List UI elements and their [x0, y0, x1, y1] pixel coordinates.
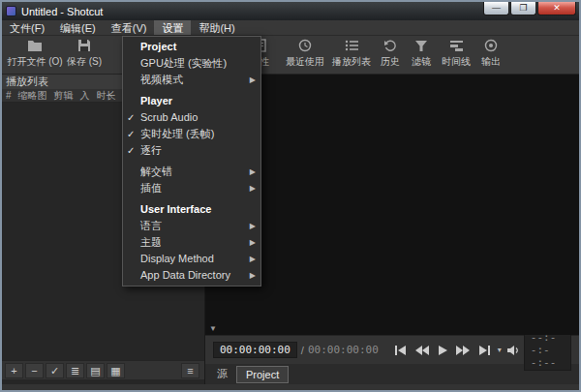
- menu-item-app-data-directory[interactable]: App Data Directory▶: [123, 267, 260, 284]
- playlist-remove-button[interactable]: −: [25, 363, 44, 378]
- submenu-arrow-icon: ▶: [250, 267, 256, 284]
- menu-item-interpolation[interactable]: 插值▶: [123, 180, 260, 196]
- volume-button[interactable]: [504, 342, 524, 359]
- volume-caret-icon[interactable]: ▾: [498, 346, 502, 354]
- column-clip[interactable]: 剪辑: [54, 89, 74, 103]
- history-icon: [376, 39, 405, 55]
- clock-icon: [283, 39, 327, 55]
- menubar: 文件(F) 编辑(E) 查看(V) 设置 帮助(H): [2, 20, 579, 36]
- tab-project[interactable]: Project: [236, 366, 289, 383]
- timecode-separator: /: [301, 345, 304, 356]
- menu-help[interactable]: 帮助(H): [191, 20, 242, 35]
- toolbar-open-file[interactable]: 打开文件 (O): [6, 39, 64, 72]
- titlebar: Untitled - Shotcut — ❐ ✕: [2, 2, 579, 20]
- menu-settings[interactable]: 设置: [154, 20, 191, 35]
- menu-item-theme[interactable]: 主题▶: [123, 234, 260, 251]
- submenu-arrow-icon: ▶: [250, 180, 256, 196]
- playlist-icon: [329, 39, 374, 55]
- menu-file[interactable]: 文件(F): [2, 20, 52, 35]
- tab-source[interactable]: 源: [208, 365, 236, 383]
- submenu-arrow-icon: ▶: [250, 72, 256, 88]
- menu-header-project: Project: [123, 39, 260, 55]
- settings-menu: Project GPU处理 (实验性) 视频模式▶ Player ✓Scrub …: [122, 36, 261, 286]
- menu-header-player: Player: [123, 93, 260, 109]
- menu-item-video-mode[interactable]: 视频模式▶: [123, 72, 260, 88]
- toolbar-history[interactable]: 历史: [376, 39, 405, 72]
- minimize-button[interactable]: —: [483, 2, 509, 15]
- status-bar: [2, 384, 579, 390]
- playlist-update-button[interactable]: ✓: [46, 363, 64, 378]
- playlist-toolbar: + − ✓ ≣ ▤ ▦ ≡: [2, 360, 204, 379]
- shotcut-logo-icon: [6, 6, 16, 16]
- toolbar-timeline[interactable]: 时间线: [438, 39, 474, 72]
- menu-item-language[interactable]: 语言▶: [123, 218, 260, 234]
- column-in[interactable]: 入: [80, 89, 90, 103]
- menu-header-user-interface: User Interface: [123, 201, 260, 218]
- timeline-icon: [438, 39, 474, 55]
- menu-item-scrub-audio[interactable]: ✓Scrub Audio: [123, 109, 260, 126]
- view-details-button[interactable]: ≣: [66, 363, 84, 378]
- filter-funnel-icon: [407, 39, 436, 55]
- toolbar-playlist[interactable]: 播放列表: [329, 39, 374, 72]
- submenu-arrow-icon: ▶: [250, 218, 256, 234]
- playlist-add-button[interactable]: +: [5, 363, 23, 378]
- menu-item-progressive[interactable]: ✓逐行: [123, 142, 260, 159]
- menu-item-gpu-processing[interactable]: GPU处理 (实验性): [123, 55, 260, 72]
- save-icon: [64, 39, 105, 55]
- main-toolbar: 打开文件 (O) 保存 (S) 属性 最近使用 播放列表: [2, 36, 579, 75]
- menu-item-deinterlacer[interactable]: 解交错▶: [123, 164, 260, 180]
- selected-duration-display: --:--:--:--: [524, 329, 571, 371]
- column-index[interactable]: #: [6, 90, 12, 101]
- menu-edit[interactable]: 编辑(E): [52, 20, 104, 35]
- maximize-button[interactable]: ❐: [510, 2, 536, 15]
- check-icon: ✓: [127, 126, 135, 142]
- playlist-menu-button[interactable]: ≡: [181, 363, 199, 378]
- toolbar-filters[interactable]: 滤镜: [407, 39, 436, 72]
- transport-bar: 00:00:00:00 / 00:00:00:00 ▾: [205, 335, 579, 364]
- play-button[interactable]: [433, 342, 453, 359]
- menu-item-display-method[interactable]: Display Method▶: [123, 251, 260, 267]
- skip-to-start-button[interactable]: [392, 342, 413, 359]
- toolbar-export[interactable]: 输出: [476, 39, 505, 72]
- export-icon: [476, 39, 505, 55]
- check-icon: ✓: [127, 142, 135, 159]
- column-duration[interactable]: 时长: [97, 89, 116, 103]
- submenu-arrow-icon: ▶: [250, 164, 256, 180]
- window-title: Untitled - Shotcut: [21, 6, 103, 17]
- skip-to-end-button[interactable]: [474, 342, 494, 359]
- check-icon: ✓: [127, 109, 135, 126]
- column-thumbnail[interactable]: 缩略图: [18, 89, 47, 103]
- total-timecode: 00:00:00:00: [308, 344, 379, 356]
- rewind-button[interactable]: [413, 342, 433, 359]
- close-button[interactable]: ✕: [537, 2, 576, 15]
- submenu-arrow-icon: ▶: [250, 234, 256, 251]
- view-icons-button[interactable]: ▦: [107, 363, 125, 378]
- app-window: Untitled - Shotcut — ❐ ✕ 文件(F) 编辑(E) 查看(…: [0, 0, 581, 392]
- toolbar-save[interactable]: 保存 (S): [64, 39, 105, 72]
- submenu-arrow-icon: ▶: [250, 251, 256, 267]
- menu-item-realtime[interactable]: ✓实时处理 (丢帧): [123, 126, 260, 142]
- view-tiles-button[interactable]: ▤: [86, 363, 105, 378]
- transport-buttons: ▾: [392, 342, 524, 359]
- fast-forward-button[interactable]: [453, 342, 474, 359]
- player-zoom-chevron-icon[interactable]: ▼: [209, 324, 217, 333]
- toolbar-recent[interactable]: 最近使用: [283, 39, 327, 72]
- menu-view[interactable]: 查看(V): [104, 20, 155, 35]
- open-folder-icon: [6, 39, 64, 55]
- current-timecode-field[interactable]: 00:00:00:00: [213, 342, 297, 358]
